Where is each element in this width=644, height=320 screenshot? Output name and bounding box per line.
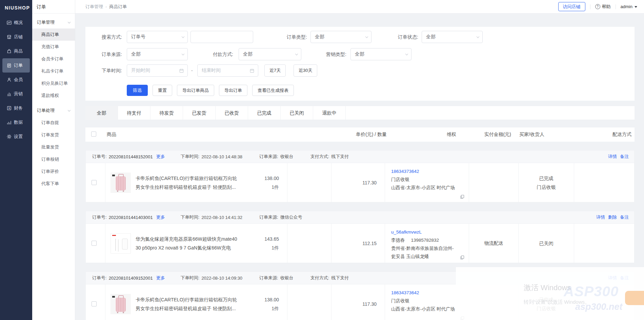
submenu-item-order-verify[interactable]: 订单核销 bbox=[32, 153, 75, 165]
order-source-select[interactable]: 全部 bbox=[127, 48, 188, 60]
start-date-input[interactable]: 开始时间 bbox=[127, 64, 188, 77]
product-title: 华为氮化镓超薄充电器原装66W超级快充mate40 30 p50pro X2 n… bbox=[136, 235, 248, 252]
watermark-overlay: 激活 Windows 转到“设置”以激活 Windows。 ASP300 asp… bbox=[456, 267, 644, 320]
detail-link[interactable]: 详情 bbox=[596, 214, 605, 220]
buyer-account[interactable]: u_56afkmvwzL bbox=[391, 228, 463, 236]
tab-received[interactable]: 已收货 bbox=[216, 106, 248, 120]
row-checkbox[interactable] bbox=[92, 241, 97, 246]
submenu-item-points-exchange-orders[interactable]: 积分兑换订单 bbox=[32, 77, 75, 89]
submenu-group-order-process[interactable]: 订单处理 bbox=[32, 104, 75, 117]
row-checkbox[interactable] bbox=[92, 180, 97, 185]
order-pay-method: 线下支付 bbox=[331, 275, 349, 281]
action-cell bbox=[574, 224, 635, 263]
submenu-item-refund-rights[interactable]: 退款维权 bbox=[32, 89, 75, 102]
remark-link[interactable]: 备注 bbox=[620, 154, 629, 160]
last-30-days-button[interactable]: 近30天 bbox=[294, 64, 317, 77]
breadcrumb-order-manage[interactable]: 订单管理 bbox=[85, 4, 103, 9]
end-date-input[interactable]: 结束时间 bbox=[197, 64, 258, 77]
tab-closed[interactable]: 已关闭 bbox=[281, 106, 313, 120]
filter-button[interactable]: 筛选 bbox=[127, 85, 148, 96]
submenu-item-order-pickup[interactable]: 订单自提 bbox=[32, 117, 75, 129]
tab-pending-pay[interactable]: 待支付 bbox=[118, 106, 150, 120]
goods-icon bbox=[6, 48, 12, 54]
order-source: 收银台 bbox=[280, 275, 294, 281]
receiver-name: 门店收银 bbox=[391, 176, 409, 184]
quantity: 1件 bbox=[264, 304, 279, 313]
refund-cell bbox=[287, 163, 331, 202]
more-link[interactable]: 更多 bbox=[156, 214, 165, 220]
nav-item-members[interactable]: 会员 bbox=[2, 73, 30, 87]
tab-shipped[interactable]: 已发货 bbox=[183, 106, 216, 120]
member-icon bbox=[6, 77, 12, 82]
delivery-method bbox=[469, 163, 519, 202]
export-orders-button[interactable]: 导出订单 bbox=[219, 85, 247, 96]
submenu-item-gift-card-orders[interactable]: 礼品卡订单 bbox=[32, 65, 75, 77]
breadcrumb: 订单管理-商品订单 bbox=[85, 4, 127, 10]
more-link[interactable]: 更多 bbox=[156, 154, 165, 160]
submenu-item-member-card-orders[interactable]: 会员卡订单 bbox=[32, 53, 75, 65]
order-no: 202208101441403001 bbox=[109, 215, 153, 220]
topbar: 订单管理-商品订单 访问店铺 帮助 admin bbox=[75, 0, 644, 14]
tab-completed[interactable]: 已完成 bbox=[248, 106, 281, 120]
order-time: 2022-08-10 14:09:30 bbox=[201, 276, 242, 281]
nav-item-marketing[interactable]: 营销 bbox=[2, 87, 30, 101]
tab-all[interactable]: 全部 bbox=[85, 106, 118, 120]
buyer-account[interactable]: 18634373642 bbox=[391, 167, 463, 176]
buyer-account[interactable]: 18634373642 bbox=[391, 289, 463, 297]
copy-icon[interactable] bbox=[460, 195, 464, 199]
user-menu[interactable]: admin bbox=[621, 4, 637, 9]
header-amount: 实付金额(元) bbox=[460, 132, 513, 138]
order-source: 微信公众号 bbox=[280, 214, 302, 220]
search-mode-select[interactable]: 订单号 bbox=[127, 31, 188, 43]
chevron-down-icon bbox=[365, 35, 368, 38]
receiver-address: 山西省-太原市-小店区 时代广场 bbox=[391, 184, 458, 192]
paid-amount: 117.30 bbox=[331, 284, 385, 320]
order-type-select[interactable]: 全部 bbox=[310, 31, 371, 43]
divider bbox=[616, 4, 616, 9]
view-reports-button[interactable]: 查看已生成报表 bbox=[252, 85, 294, 96]
order-header: 订单号:202208101441403001更多 下单时间:2022-08-10… bbox=[86, 211, 634, 223]
tab-refunding[interactable]: 退款中 bbox=[313, 106, 346, 120]
tab-pending-ship[interactable]: 待发货 bbox=[150, 106, 183, 120]
visit-shop-button[interactable]: 访问店铺 bbox=[558, 2, 585, 11]
detail-link[interactable]: 详情 bbox=[608, 154, 617, 160]
export-order-goods-button[interactable]: 导出订单商品 bbox=[177, 85, 214, 96]
divider bbox=[590, 4, 590, 9]
chevron-down-icon bbox=[68, 20, 71, 23]
select-all-checkbox[interactable] bbox=[91, 132, 96, 137]
chevron-down-icon bbox=[68, 108, 71, 111]
nav-item-finance[interactable]: ¥ 财务 bbox=[2, 101, 30, 115]
promo-type-select[interactable]: 全部 bbox=[350, 48, 411, 60]
submenu-item-order-review[interactable]: 订单评价 bbox=[32, 165, 75, 178]
more-link[interactable]: 更多 bbox=[156, 275, 165, 281]
nav-item-settings[interactable]: 设置 bbox=[2, 129, 30, 144]
keyword-input[interactable] bbox=[190, 31, 253, 43]
copy-icon[interactable] bbox=[460, 255, 464, 260]
row-checkbox[interactable] bbox=[92, 301, 97, 306]
submenu-item-order-delivery[interactable]: 订单发货 bbox=[32, 129, 75, 141]
submenu-item-recharge-orders[interactable]: 充值订单 bbox=[32, 41, 75, 53]
unit-price: 143.65 bbox=[264, 235, 279, 243]
nav-item-goods[interactable]: 商品 bbox=[2, 44, 30, 58]
pay-type-select[interactable]: 全部 bbox=[239, 48, 301, 60]
delete-link[interactable]: 删除 bbox=[608, 214, 617, 220]
remark-link[interactable]: 备注 bbox=[620, 214, 629, 220]
nav-item-shop[interactable]: 店铺 bbox=[2, 30, 30, 44]
nav-item-data[interactable]: 数据 bbox=[2, 115, 30, 129]
buyer-cell: 18634373642 门店收银 山西省-太原市-小店区 时代广场 bbox=[385, 163, 469, 202]
help-button[interactable]: 帮助 bbox=[595, 4, 611, 10]
submenu-item-proxy-order[interactable]: 代客下单 bbox=[32, 178, 75, 190]
suitcase-product-image bbox=[110, 294, 131, 314]
order-status-select[interactable]: 全部 bbox=[422, 31, 483, 43]
reset-button[interactable]: 重置 bbox=[153, 85, 172, 96]
nav-item-overview[interactable]: 概况 bbox=[2, 16, 30, 30]
order-row: 华为氮化镓超薄充电器原装66W超级快充mate40 30 p50pro X2 n… bbox=[86, 223, 634, 263]
submenu-group-order-manage[interactable]: 订单管理 bbox=[32, 16, 75, 28]
paid-amount: 117.30 bbox=[331, 163, 385, 202]
submenu-item-batch-delivery[interactable]: 批量发货 bbox=[32, 141, 75, 153]
receiver-name: 李德春 bbox=[391, 236, 405, 244]
nav-item-orders[interactable]: 订单 bbox=[2, 58, 30, 73]
submenu-item-product-orders[interactable]: 商品订单 bbox=[32, 28, 75, 41]
last-7-days-button[interactable]: 近7天 bbox=[264, 64, 286, 77]
svg-text:¥: ¥ bbox=[8, 106, 10, 110]
